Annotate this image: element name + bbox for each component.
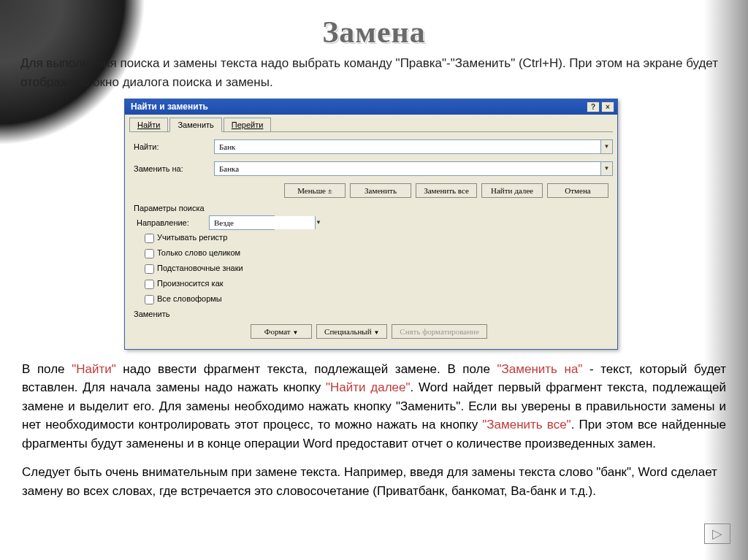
replace-button[interactable]: Заменить <box>350 183 411 198</box>
dropdown-icon[interactable]: ▼ <box>600 140 612 153</box>
direction-combo[interactable]: ▼ <box>209 215 275 230</box>
find-combo[interactable]: ▼ <box>214 139 613 154</box>
params-group-label: Параметры поиска <box>134 204 613 212</box>
warning-paragraph: Следует быть очень внимательным при заме… <box>22 463 726 500</box>
dialog-screenshot: Найти и заменить ? × Найти Заменить Пере… <box>124 99 618 350</box>
explanation-paragraph: В поле "Найти" надо ввести фрагмент текс… <box>22 360 726 453</box>
dialog-titlebar[interactable]: Найти и заменить ? × <box>125 99 617 115</box>
cancel-button[interactable]: Отмена <box>547 183 608 198</box>
dialog-title: Найти и заменить <box>131 101 208 112</box>
replace-input[interactable] <box>215 162 600 175</box>
dropdown-icon[interactable]: ▼ <box>600 162 612 175</box>
find-input[interactable] <box>215 140 600 153</box>
chevron-right-icon: ▷ <box>712 526 722 542</box>
direction-label: Направление: <box>137 218 206 227</box>
direction-input[interactable] <box>210 216 315 229</box>
check-sounds-like[interactable]: Произносится как <box>144 277 613 291</box>
tab-find[interactable]: Найти <box>129 118 168 131</box>
check-word-forms[interactable]: Все словоформы <box>144 293 613 307</box>
clear-formatting-button: Снять форматирование <box>392 324 487 339</box>
replace-all-button[interactable]: Заменить все <box>416 183 477 198</box>
next-slide-button[interactable]: ▷ <box>704 523 730 544</box>
replace-combo[interactable]: ▼ <box>214 161 613 176</box>
check-match-case[interactable]: Учитывать регистр <box>144 231 613 245</box>
replace-label: Заменить на: <box>134 164 214 173</box>
page-title: Замена <box>0 15 748 50</box>
intro-paragraph: Для выполнения поиска и замены текста на… <box>20 54 728 93</box>
check-wildcards[interactable]: Подстановочные знаки <box>144 262 613 276</box>
less-button[interactable]: Меньше ± <box>284 183 346 198</box>
replace-group-label: Заменить <box>134 310 613 318</box>
help-icon[interactable]: ? <box>587 101 600 112</box>
dropdown-icon[interactable]: ▼ <box>315 216 321 229</box>
format-button[interactable]: Формат ▼ <box>251 324 312 339</box>
tab-replace[interactable]: Заменить <box>169 118 221 132</box>
find-label: Найти: <box>134 142 214 151</box>
special-button[interactable]: Специальный ▼ <box>316 324 387 339</box>
close-icon[interactable]: × <box>601 101 614 112</box>
tab-goto[interactable]: Перейти <box>224 118 272 131</box>
check-whole-word[interactable]: Только слово целиком <box>144 247 613 261</box>
find-next-button[interactable]: Найти далее <box>481 183 543 198</box>
